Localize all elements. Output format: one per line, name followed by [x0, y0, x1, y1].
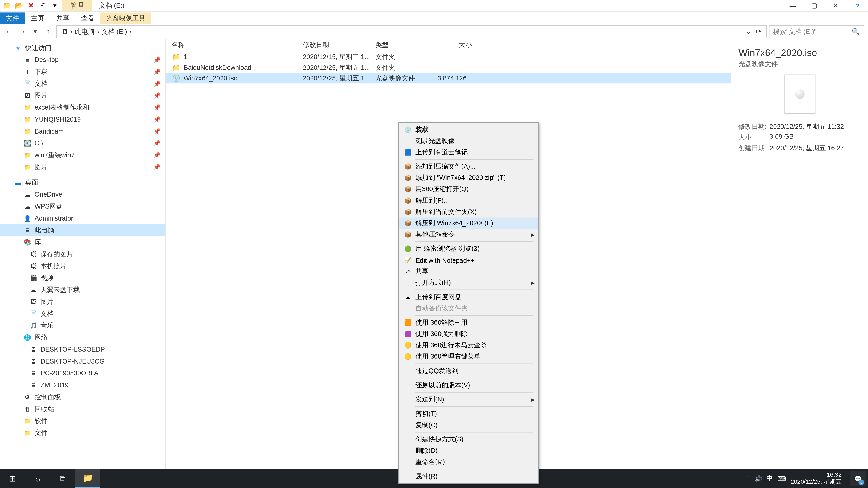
tab-file[interactable]: 文件 — [0, 12, 25, 24]
taskbar-explorer[interactable]: 📁 — [75, 469, 100, 488]
tree-item[interactable]: 📁Bandicam📌 — [0, 125, 165, 137]
menu-item[interactable]: 通过QQ发送到 — [399, 365, 538, 377]
qat-open-icon[interactable]: 📂 — [14, 1, 24, 10]
tree-item[interactable]: 📄文档 — [0, 307, 165, 320]
col-size[interactable]: 大小 — [430, 40, 478, 50]
tree-item[interactable]: ☁WPS网盘 — [0, 200, 165, 212]
tree-item[interactable]: 📁excel表格制作求和📌 — [0, 101, 165, 113]
tree-item[interactable]: 🖼图片📌 — [0, 90, 165, 101]
menu-item[interactable]: 创建快捷方式(S) — [399, 434, 538, 445]
menu-item[interactable]: 刻录光盘映像 — [399, 135, 538, 147]
qat-dropdown-icon[interactable]: ▾ — [50, 1, 60, 10]
file-row[interactable]: 📁BaiduNetdiskDownload2020/12/25, 星期五 1..… — [166, 62, 731, 72]
taskbar-clock[interactable]: 16:32 2020/12/25, 星期五 — [791, 471, 845, 486]
tab-disc-image-tools[interactable]: 光盘映像工具 — [100, 12, 151, 24]
tree-item[interactable]: 🖥DESKTOP-LSSOEDP — [0, 343, 165, 355]
menu-item[interactable]: 🟡使用 360管理右键菜单 — [399, 351, 538, 362]
menu-item[interactable]: ↗共享 — [399, 266, 538, 277]
tree-item[interactable]: 💽G:\📌 — [0, 137, 165, 149]
task-view-button[interactable]: ⧉ — [50, 469, 75, 488]
menu-item[interactable]: 🟧使用 360解除占用 — [399, 317, 538, 328]
tree-item[interactable]: 🖼图片 — [0, 295, 165, 307]
refresh-icon[interactable]: ⟳ — [756, 28, 761, 35]
tree-item[interactable]: 🖥ZMT2019 — [0, 379, 165, 391]
tree-item[interactable]: ☁天翼云盘下载 — [0, 284, 165, 295]
file-row[interactable]: 📁12020/12/15, 星期二 1...文件夹 — [166, 51, 731, 62]
tab-share[interactable]: 共享 — [50, 12, 75, 24]
tree-network[interactable]: 🌐网络 — [0, 331, 165, 343]
tree-item[interactable]: 🖼保存的图片 — [0, 248, 165, 260]
tray-chevron-up-icon[interactable]: ˄ — [747, 475, 750, 482]
search-task-button[interactable]: ⌕ — [25, 469, 50, 488]
menu-item[interactable]: 打开方式(H)▶ — [399, 277, 538, 288]
menu-item[interactable]: 📦添加到 "Win7x64_2020.zip" (T) — [399, 172, 538, 184]
tree-item[interactable]: 🖥Desktop📌 — [0, 54, 165, 66]
file-row[interactable]: 💿Win7x64_2020.iso2020/12/25, 星期五 1...光盘映… — [166, 73, 731, 84]
tree-item[interactable]: 🖥PC-20190530OBLA — [0, 367, 165, 379]
qat-undo-icon[interactable]: ↶ — [38, 1, 48, 10]
tray-ime-mode-icon[interactable]: ⌨ — [778, 475, 786, 482]
menu-item[interactable]: ☁上传到百度网盘 — [399, 291, 538, 302]
tree-desktop[interactable]: ▬桌面 — [0, 176, 165, 188]
tree-item[interactable]: 📁软件 — [0, 415, 165, 427]
menu-item[interactable]: 属性(R) — [399, 470, 538, 482]
menu-item[interactable]: 🟪使用 360强力删除 — [399, 328, 538, 339]
tree-item[interactable]: 📄文档📌 — [0, 77, 165, 90]
tree-item[interactable]: 📁文件 — [0, 427, 165, 438]
col-name[interactable]: 名称 — [166, 40, 297, 50]
menu-item[interactable]: 📦添加到压缩文件(A)... — [399, 161, 538, 172]
menu-item[interactable]: 剪切(T) — [399, 408, 538, 419]
tree-item[interactable]: 🎵音乐 — [0, 319, 165, 331]
tray-ime-icon[interactable]: 中 — [767, 474, 773, 483]
tree-item[interactable]: 📁图片📌 — [0, 161, 165, 173]
tree-item[interactable]: ⬇下载📌 — [0, 66, 165, 77]
tree-item[interactable]: 🖼本机照片 — [0, 260, 165, 272]
tree-item[interactable]: 🖥DESKTOP-NJEU3CG — [0, 355, 165, 367]
menu-item[interactable]: 🟡使用 360进行木马云查杀 — [399, 339, 538, 351]
tab-home[interactable]: 主页 — [25, 12, 50, 24]
col-type[interactable]: 类型 — [370, 40, 430, 50]
col-date[interactable]: 修改日期 — [297, 40, 370, 50]
menu-item[interactable]: 📦其他压缩命令▶ — [399, 229, 538, 240]
qat-delete-icon[interactable]: ✕ — [26, 1, 36, 10]
search-input[interactable]: 搜索"文档 (E:)" 🔍 — [769, 25, 864, 38]
start-button[interactable]: ⊞ — [0, 469, 25, 488]
tree-item[interactable]: ⚙控制面板 — [0, 391, 165, 403]
tray-volume-icon[interactable]: 🔊 — [755, 475, 762, 482]
up-button[interactable]: ↑ — [43, 27, 54, 36]
help-icon[interactable]: ? — [846, 0, 868, 11]
breadcrumb-folder[interactable]: 文档 (E:) — [101, 27, 127, 36]
tab-view[interactable]: 查看 — [75, 12, 100, 24]
action-center-button[interactable]: 💬3 — [850, 470, 866, 486]
menu-item[interactable]: 📝Edit with Notepad++ — [399, 254, 538, 266]
menu-item[interactable]: 💿装载 — [399, 124, 538, 135]
close-button[interactable]: ✕ — [825, 0, 846, 11]
breadcrumb[interactable]: 🖥 › 此电脑 › 文档 (E:) › ⌄ ⟳ — [56, 25, 767, 38]
menu-item[interactable]: 发送到(N)▶ — [399, 394, 538, 405]
tree-item[interactable]: 📁win7重装win7📌 — [0, 149, 165, 161]
tree-item[interactable]: 🖥此电脑 — [0, 224, 165, 236]
tree-quick-access[interactable]: ★快速访问 — [0, 42, 165, 54]
tree-item[interactable]: 🎬视频 — [0, 271, 165, 284]
menu-item[interactable]: 📦用360压缩打开(Q) — [399, 184, 538, 195]
tree-item[interactable]: 👤Administrator — [0, 212, 165, 224]
tree-item[interactable]: 📚库 — [0, 236, 165, 248]
forward-button[interactable]: → — [17, 27, 27, 36]
menu-item[interactable]: 🟢用 蜂蜜浏览器 浏览(3) — [399, 243, 538, 254]
breadcrumb-dropdown-icon[interactable]: ⌄ — [746, 28, 751, 35]
breadcrumb-root[interactable]: 此电脑 — [75, 27, 94, 36]
menu-item[interactable]: 🟦上传到有道云笔记 — [399, 147, 538, 158]
tree-item[interactable]: 📁YUNQISHI2019📌 — [0, 113, 165, 125]
maximize-button[interactable]: ▢ — [804, 0, 825, 11]
menu-item[interactable]: 重命名(M) — [399, 456, 538, 468]
menu-item[interactable]: 📦解压到(F)... — [399, 195, 538, 206]
menu-item[interactable]: 还原以前的版本(V) — [399, 380, 538, 391]
back-button[interactable]: ← — [4, 27, 14, 36]
tree-item[interactable]: ☁OneDrive — [0, 188, 165, 200]
menu-item[interactable]: 📦解压到 Win7x64_2020\ (E) — [399, 218, 538, 229]
menu-item[interactable]: 复制(C) — [399, 419, 538, 431]
minimize-button[interactable]: — — [782, 0, 804, 11]
tree-item[interactable]: 🗑回收站 — [0, 403, 165, 415]
menu-item[interactable]: 📦解压到当前文件夹(X) — [399, 206, 538, 217]
recent-dropdown-icon[interactable]: ▾ — [30, 27, 40, 36]
